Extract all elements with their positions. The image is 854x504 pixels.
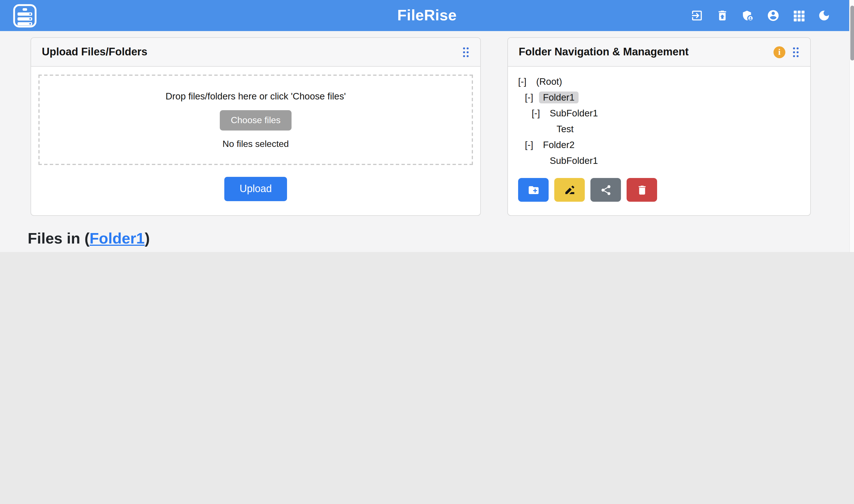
app-logo-icon[interactable] <box>13 3 37 28</box>
folder-tree-item[interactable]: SubFolder1 <box>518 152 800 168</box>
upload-card-header: Upload Files/Folders <box>31 38 480 67</box>
folder-actions <box>518 178 800 202</box>
drag-handle-icon[interactable] <box>462 47 470 57</box>
upload-card-body: Drop files/folders here or click 'Choose… <box>31 67 480 201</box>
folder-tree: [-] (Root) [-] Folder1 [-] SubFolder1 <box>518 73 800 168</box>
folder-card: Folder Navigation & Management i [-] (Ro… <box>507 37 811 216</box>
dark-mode-icon[interactable] <box>817 9 830 22</box>
share-folder-button[interactable] <box>590 178 621 202</box>
create-folder-button[interactable] <box>518 178 549 202</box>
drag-handle-icon[interactable] <box>792 47 799 57</box>
folder-card-header: Folder Navigation & Management i <box>508 38 810 67</box>
restore-trash-icon[interactable] <box>715 9 729 22</box>
account-icon[interactable] <box>766 9 779 22</box>
files-section: Files in (Folder1) Delete Files Copy Fil… <box>0 230 854 252</box>
folder-tree-item[interactable]: [-] Folder2 <box>518 137 800 152</box>
folder-tree-item[interactable]: [-] Folder1 <box>518 89 800 105</box>
tree-folder-label[interactable]: (Root) <box>532 75 566 87</box>
files-heading: Files in (Folder1) <box>28 230 826 248</box>
folder-tree-item[interactable]: [-] SubFolder1 <box>518 105 800 121</box>
app-title: FileRise <box>397 7 456 24</box>
info-icon[interactable]: i <box>774 46 785 58</box>
folder-card-body: [-] (Root) [-] Folder1 [-] SubFolder1 <box>508 67 810 202</box>
admin-shield-icon[interactable] <box>741 9 754 22</box>
no-files-text: No files selected <box>223 139 289 149</box>
tree-toggle[interactable]: [-] <box>532 108 546 119</box>
rename-folder-button[interactable] <box>554 178 585 202</box>
delete-folder-button[interactable] <box>626 178 657 202</box>
app: FileRise <box>0 0 854 252</box>
tree-toggle[interactable]: [-] <box>518 76 532 87</box>
grid-view-icon[interactable] <box>792 9 805 22</box>
tree-toggle[interactable]: [-] <box>525 139 539 150</box>
current-folder-link[interactable]: Folder1 <box>90 230 145 247</box>
logout-icon[interactable] <box>690 9 703 22</box>
choose-files-button[interactable]: Choose files <box>220 110 291 130</box>
tree-folder-label[interactable]: SubFolder1 <box>546 155 602 166</box>
folder-tree-item[interactable]: [-] (Root) <box>518 73 800 89</box>
scrollbar[interactable] <box>849 0 854 252</box>
upload-dropzone[interactable]: Drop files/folders here or click 'Choose… <box>38 75 473 165</box>
upload-button[interactable]: Upload <box>224 177 287 201</box>
folder-card-title: Folder Navigation & Management <box>519 46 689 58</box>
tree-folder-label[interactable]: Folder1 <box>539 91 579 103</box>
header-icons <box>690 9 830 22</box>
folder-tree-item[interactable]: Test <box>518 121 800 137</box>
heading-prefix: Files in ( <box>28 230 90 247</box>
top-cards: Upload Files/Folders Drop files/folders … <box>0 31 854 216</box>
heading-suffix: ) <box>145 230 150 247</box>
tree-toggle[interactable]: [-] <box>525 92 539 103</box>
dropzone-text: Drop files/folders here or click 'Choose… <box>166 91 346 102</box>
tree-folder-label[interactable]: SubFolder1 <box>546 107 602 119</box>
tree-folder-label[interactable]: Folder2 <box>539 139 579 150</box>
tree-folder-label[interactable]: Test <box>552 123 578 135</box>
upload-card: Upload Files/Folders Drop files/folders … <box>31 37 481 216</box>
app-header: FileRise <box>0 0 854 31</box>
scrollbar-thumb[interactable] <box>850 6 854 60</box>
upload-card-title: Upload Files/Folders <box>42 46 147 58</box>
